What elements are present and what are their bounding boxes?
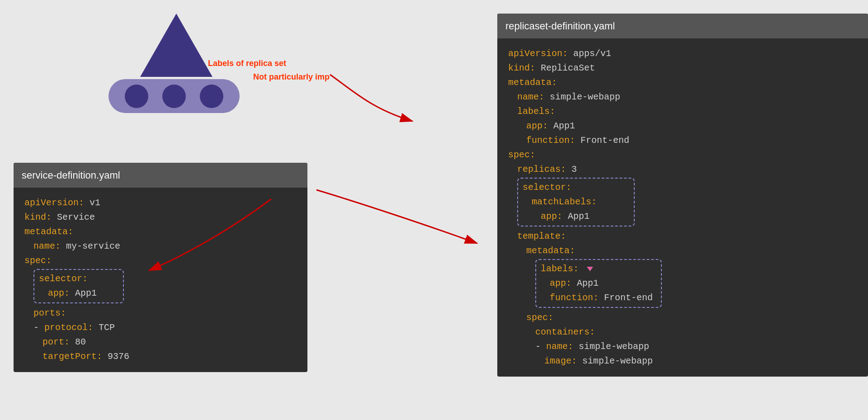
svc-line-apiversion: apiVersion: v1 — [24, 196, 297, 210]
service-panel: service-definition.yaml apiVersion: v1 k… — [14, 163, 307, 372]
svc-line-kind: kind: Service — [24, 210, 297, 225]
replica-pill — [108, 79, 240, 113]
pod-dot-2 — [162, 85, 186, 108]
rs-line-tmpl-app: app: App1 — [550, 276, 656, 291]
rs-line-tmpl-spec: spec: — [526, 311, 857, 325]
rs-line-function: function: Front-end — [526, 133, 857, 148]
rs-line-labels: labels: — [517, 104, 857, 119]
replicaset-panel: replicaset-definition.yaml apiVersion: a… — [497, 14, 868, 377]
rs-line-replicas: replicas: 3 — [517, 162, 857, 177]
replica-set-label-annotation: Labels of replica set — [208, 59, 286, 68]
rs-line-spec: spec: — [508, 148, 857, 162]
rs-line-selector: selector: — [523, 180, 629, 195]
pink-triangle-indicator — [587, 267, 593, 271]
not-particularly-annotation: Not particularly imp — [253, 72, 330, 82]
svc-line-targetport: targetPort: 9376 — [42, 349, 297, 364]
svc-line-name: name: my-service — [33, 239, 297, 254]
svc-line-selector-app: app: App1 — [48, 286, 118, 301]
pod-dot-3 — [200, 85, 223, 108]
svc-line-spec: spec: — [24, 254, 297, 268]
svc-selector-dashed-box: selector: app: App1 — [33, 269, 124, 303]
rs-line-tmpl-function: function: Front-end — [550, 291, 656, 305]
svc-line-protocol: - protocol: TCP — [33, 321, 297, 335]
rs-line-container-name: - name: simple-webapp — [535, 340, 857, 354]
svc-line-selector: selector: — [39, 272, 118, 286]
template-labels-dashed-box: labels: app: App1 function: Front-end — [535, 259, 662, 308]
triangle-shape — [140, 14, 212, 77]
rs-line-metadata: metadata: — [508, 76, 857, 90]
rs-line-name: name: simple-webapp — [517, 90, 857, 104]
svc-line-ports: ports: — [33, 306, 297, 321]
selector-dashed-box: selector: matchLabels: app: App1 — [517, 178, 635, 227]
service-body: apiVersion: v1 kind: Service metadata: n… — [14, 188, 307, 372]
rs-line-app: app: App1 — [526, 119, 857, 133]
replicaset-title: replicaset-definition.yaml — [497, 14, 868, 38]
rs-line-containers: containers: — [535, 325, 857, 340]
pod-dot-1 — [125, 85, 148, 108]
rs-line-tmpl-metadata: metadata: — [526, 244, 857, 258]
rs-line-template: template: — [517, 229, 857, 244]
svc-line-port: port: 80 — [42, 335, 297, 349]
svc-line-metadata: metadata: — [24, 225, 297, 239]
rs-line-image: image: simple-webapp — [544, 354, 857, 368]
rs-line-tmpl-labels: labels: — [541, 262, 656, 276]
rs-line-apiversion: apiVersion: apps/v1 — [508, 47, 857, 61]
replicaset-body: apiVersion: apps/v1 kind: ReplicaSet met… — [497, 38, 868, 377]
service-title: service-definition.yaml — [14, 163, 307, 188]
rs-line-kind: kind: ReplicaSet — [508, 61, 857, 76]
rs-line-matchlabels: matchLabels: — [532, 195, 629, 209]
rs-line-selector-app: app: App1 — [541, 209, 629, 224]
